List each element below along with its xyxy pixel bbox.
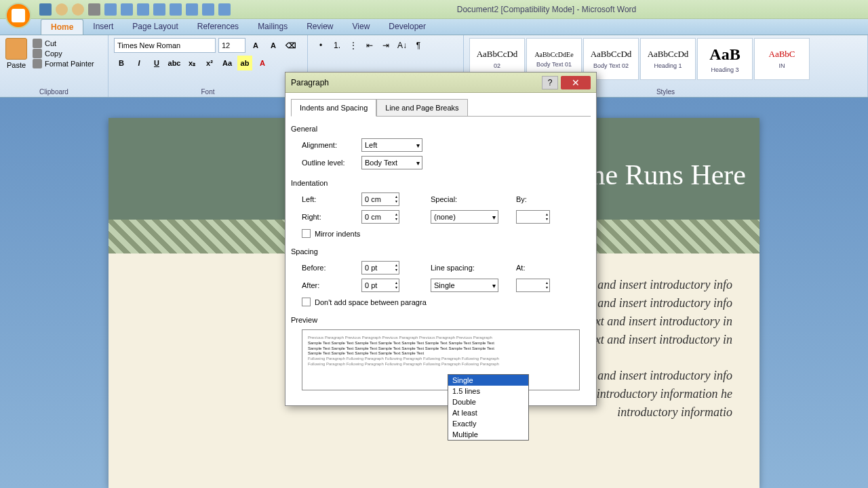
cut-icon [33,39,42,48]
strikethrough-button[interactable]: abc [167,56,182,70]
print-icon[interactable] [88,3,100,16]
decrease-indent-button[interactable]: ⇤ [362,38,377,53]
tab-home[interactable]: Home [41,19,83,35]
spacing-section: Spacing Before: 0 pt Line spacing: At: A… [291,247,591,306]
subscript-button[interactable]: x₂ [184,56,199,70]
mirror-indents-checkbox[interactable]: Mirror indents [302,229,591,238]
after-label: After: [302,281,356,289]
tab-line-page-breaks[interactable]: Line and Page Breaks [376,99,467,117]
right-indent-label: Right: [302,213,356,221]
dropdown-option[interactable]: Exactly [448,418,528,429]
qat-icon[interactable] [153,3,165,16]
before-label: Before: [302,264,356,272]
tab-view[interactable]: View [343,19,380,35]
dropdown-option[interactable]: 1.5 lines [448,386,528,396]
dialog-titlebar[interactable]: Paragraph ? ✕ [285,73,596,93]
tab-page-layout[interactable]: Page Layout [123,19,187,35]
dont-add-space-checkbox[interactable]: Don't add space between paragra [302,298,591,306]
tab-indents-spacing[interactable]: Indents and Spacing [291,99,376,117]
clipboard-group-label: Clipboard [0,88,108,96]
tab-references[interactable]: References [188,19,248,35]
alignment-combo[interactable]: Left [361,138,422,152]
checkbox-icon [302,298,311,306]
preview-box: Previous Paragraph Previous Paragraph Pr… [302,329,580,390]
qat-icon[interactable] [170,3,182,16]
qat-icon[interactable] [186,3,198,16]
paste-button[interactable]: Paste [5,38,27,69]
general-label: General [291,125,591,133]
left-indent-spinner[interactable]: 0 cm [361,192,399,206]
quick-access-toolbar [39,3,231,16]
clipboard-group: Paste Cut Copy Format Painter Clipboard [0,35,108,97]
general-section: General Alignment: Left Outline level: B… [291,125,591,169]
paragraph-dialog: Paragraph ? ✕ Indents and Spacing Line a… [285,72,597,406]
cut-button[interactable]: Cut [33,39,94,48]
at-spinner[interactable] [516,279,550,292]
preview-label: Preview [291,316,591,324]
dropdown-option[interactable]: Multiple [448,429,528,440]
grow-font-button[interactable]: A [248,38,263,53]
dropdown-option[interactable]: At least [448,407,528,418]
line-spacing-label: Line spacing: [431,264,485,272]
title-bar: Document2 [Compatibility Mode] - Microso… [0,0,868,19]
qat-icon[interactable] [202,3,214,16]
before-spinner[interactable]: 0 pt [361,261,399,274]
font-group-label: Font [108,88,307,96]
tab-review[interactable]: Review [297,19,342,35]
clear-format-button[interactable]: ⌫ [283,38,298,53]
dialog-title-text: Paragraph [291,78,329,87]
style-item[interactable]: AaBbCcDdHeading 1 [640,38,696,80]
redo-icon[interactable] [72,3,84,16]
tab-mailings[interactable]: Mailings [248,19,297,35]
left-indent-label: Left: [302,195,356,203]
special-label: Special: [431,195,471,203]
preview-section: Preview Previous Paragraph Previous Para… [291,316,591,390]
highlight-button[interactable]: ab [237,56,252,70]
tab-developer[interactable]: Developer [379,19,435,35]
copy-button[interactable]: Copy [33,49,94,58]
font-size-select[interactable] [218,38,245,53]
format-painter-button[interactable]: Format Painter [33,59,94,68]
special-combo[interactable]: (none) [431,210,498,224]
italic-button[interactable]: I [132,56,146,70]
save-icon[interactable] [39,3,52,16]
qat-icon[interactable] [137,3,149,16]
ribbon-tabs: Home Insert Page Layout References Maili… [0,19,868,35]
right-indent-spinner[interactable]: 0 cm [361,210,399,224]
qat-icon[interactable] [218,3,231,16]
multilevel-button[interactable]: ⋮ [346,38,361,53]
qat-icon[interactable] [104,3,117,16]
dropdown-option[interactable]: Double [448,396,528,407]
indentation-section: Indentation Left: 0 cm Special: By: Righ… [291,179,591,238]
font-name-select[interactable] [114,38,216,53]
dialog-help-button[interactable]: ? [542,76,558,89]
sort-button[interactable]: A↓ [395,38,410,53]
change-case-button[interactable]: Aa [220,56,235,70]
superscript-button[interactable]: x² [202,56,217,70]
dialog-close-button[interactable]: ✕ [561,76,591,89]
style-item[interactable]: AaBbCIN [754,38,810,80]
font-group: A A ⌫ B I U abc x₂ x² Aa ab A Font [108,35,308,97]
outline-combo[interactable]: Body Text [361,156,422,169]
by-label: By: [516,195,527,203]
increase-indent-button[interactable]: ⇥ [378,38,393,53]
dialog-tabs: Indents and Spacing Line and Page Breaks [291,98,591,117]
style-item[interactable]: AaBHeading 3 [697,38,753,80]
tab-insert[interactable]: Insert [83,19,123,35]
underline-button[interactable]: U [149,56,164,70]
line-spacing-combo[interactable]: Single [431,279,498,292]
office-button[interactable] [5,3,31,28]
numbering-button[interactable]: 1. [330,38,344,53]
undo-icon[interactable] [56,3,68,16]
bullets-button[interactable]: • [313,38,328,53]
bold-button[interactable]: B [114,56,129,70]
shrink-font-button[interactable]: A [266,38,281,53]
after-spinner[interactable]: 0 pt [361,279,399,292]
show-marks-button[interactable]: ¶ [411,38,426,53]
indentation-label: Indentation [291,179,591,187]
by-spinner[interactable] [516,210,550,224]
qat-icon[interactable] [121,3,133,16]
font-color-button[interactable]: A [255,56,270,70]
dropdown-option[interactable]: Single [448,375,528,386]
line-spacing-dropdown: Single 1.5 lines Double At least Exactly… [448,374,529,441]
